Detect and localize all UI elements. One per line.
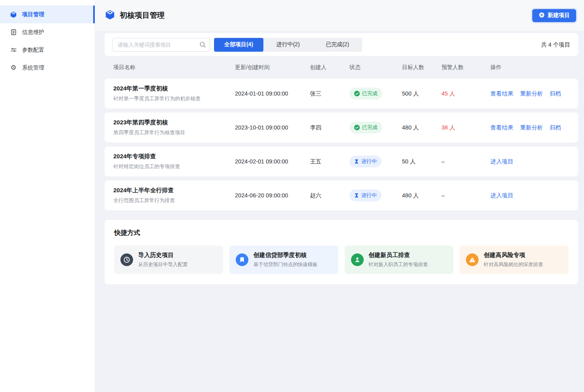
sidebar-item-参数配置[interactable]: 参数配置 xyxy=(0,41,95,59)
action-进入项目[interactable]: 进入项目 xyxy=(490,192,513,199)
project-actions: 查看结果重新分析归档 xyxy=(490,124,569,131)
sidebar-item-label: 项目管理 xyxy=(22,11,44,18)
table-row: 2023年第四季度初核 第四季度员工异常行为核查项目 2023-10-01 09… xyxy=(105,113,578,143)
project-description: 针对特定岗位员工的专项排查 xyxy=(113,163,235,170)
action-归档[interactable]: 归档 xyxy=(550,90,561,97)
table-header: 项目名称 更新/创建时间 创建人 状态 目标人数 预警人数 操作 xyxy=(105,56,578,79)
status-label: 已完成 xyxy=(362,90,377,97)
app-root: 项目管理 信息维护 参数配置 ⚙ 系统管理 初核项目管理 新建项目 xyxy=(0,0,584,392)
clock-icon xyxy=(120,253,133,266)
tab-进行中(2)[interactable]: 进行中(2) xyxy=(263,38,313,52)
project-time: 2024-02-01 09:00:00 xyxy=(235,158,310,165)
shortcut-card-创建新员工排查[interactable]: 创建新员工排查 针对新入职员工的专项排查 xyxy=(345,246,454,274)
status-badge: 已完成 xyxy=(349,88,382,99)
check-icon xyxy=(354,91,360,96)
project-status-cell: 进行中 xyxy=(349,189,402,201)
table-row: 2024年上半年全行排查 全行范围员工异常行为排查 2024-06-20 09:… xyxy=(105,180,578,210)
sidebar-item-项目管理[interactable]: 项目管理 xyxy=(0,6,95,23)
shortcut-card-创建高风险专项[interactable]: 创建高风险专项 针对高风险岗位的深度排查 xyxy=(460,246,569,274)
warning-icon xyxy=(466,253,479,266)
shortcut-title: 创建新员工排查 xyxy=(369,251,428,259)
project-name-cell: 2024年上半年全行排查 全行范围员工异常行为排查 xyxy=(113,187,235,204)
project-name-cell: 2024年专项排查 针对特定岗位员工的专项排查 xyxy=(113,153,235,170)
project-creator: 张三 xyxy=(310,90,349,98)
sidebar: 项目管理 信息维护 参数配置 ⚙ 系统管理 xyxy=(0,0,95,392)
table-row: 2024年第一季度初核 针对第一季度员工异常行为的初步核查 2024-01-01… xyxy=(105,79,578,109)
page-header: 初核项目管理 新建项目 xyxy=(95,0,584,31)
sidebar-item-信息维护[interactable]: 信息维护 xyxy=(0,23,95,41)
shortcut-text: 创建高风险专项 针对高风险岗位的深度排查 xyxy=(484,251,543,268)
project-target-count: 480 人 xyxy=(402,124,441,131)
action-查看结果[interactable]: 查看结果 xyxy=(490,90,513,97)
project-warning-count: 45 人 xyxy=(441,90,490,98)
project-creator: 李四 xyxy=(310,124,349,131)
check-icon xyxy=(354,125,360,130)
project-description: 针对第一季度员工异常行为的初步核查 xyxy=(113,95,235,102)
content: 全部项目(4)进行中(2)已完成(2) 共 4 个项目 项目名称 更新/创建时间… xyxy=(95,31,584,284)
new-project-button-label: 新建项目 xyxy=(548,12,570,19)
doc-icon xyxy=(10,29,17,36)
shortcut-title: 导入历史项目 xyxy=(138,251,188,259)
plus-icon xyxy=(539,12,545,19)
shortcut-text: 创建新员工排查 针对新入职员工的专项排查 xyxy=(369,251,428,268)
shortcut-description: 针对新入职员工的专项排查 xyxy=(369,261,428,268)
project-time: 2024-01-01 09:00:00 xyxy=(235,90,310,97)
project-actions: 查看结果重新分析归档 xyxy=(490,90,569,98)
status-badge: 已完成 xyxy=(349,122,382,133)
project-list: 2024年第一季度初核 针对第一季度员工异常行为的初步核查 2024-01-01… xyxy=(105,79,578,210)
project-status-cell: 进行中 xyxy=(349,156,402,167)
project-creator: 王五 xyxy=(310,158,349,165)
shortcut-text: 导入历史项目 从历史项目中导入配置 xyxy=(138,251,188,268)
shortcut-text: 创建信贷部季度初核 基于信贷部门特点的快速模板 xyxy=(254,251,318,268)
new-project-button[interactable]: 新建项目 xyxy=(532,9,576,22)
sliders-icon xyxy=(10,47,17,54)
shortcut-description: 针对高风险岗位的深度排查 xyxy=(484,261,543,268)
sidebar-item-label: 系统管理 xyxy=(22,64,44,71)
project-warning-count: – xyxy=(441,192,490,199)
tab-全部项目(4)[interactable]: 全部项目(4) xyxy=(214,38,263,52)
table-row: 2024年专项排查 针对特定岗位员工的专项排查 2024-02-01 09:00… xyxy=(105,146,578,176)
search-input[interactable] xyxy=(113,38,210,52)
tab-已完成(2)[interactable]: 已完成(2) xyxy=(313,38,362,52)
shortcut-description: 从历史项目中导入配置 xyxy=(138,261,188,268)
sidebar-item-系统管理[interactable]: ⚙ 系统管理 xyxy=(0,59,95,77)
shortcut-card-创建信贷部季度初核[interactable]: 创建信贷部季度初核 基于信贷部门特点的快速模板 xyxy=(229,246,338,274)
person-icon xyxy=(351,253,364,266)
project-title: 2024年专项排查 xyxy=(113,153,235,160)
project-title: 2024年上半年全行排查 xyxy=(113,187,235,194)
action-重新分析[interactable]: 重新分析 xyxy=(520,124,543,131)
hourglass-icon xyxy=(354,193,359,198)
project-name-cell: 2024年第一季度初核 针对第一季度员工异常行为的初步核查 xyxy=(113,85,235,102)
search-box xyxy=(113,38,210,52)
status-label: 已完成 xyxy=(362,124,377,131)
project-title: 2024年第一季度初核 xyxy=(113,85,235,92)
project-time: 2024-06-20 09:00:00 xyxy=(235,192,310,199)
sidebar-item-label: 参数配置 xyxy=(22,47,44,54)
shortcuts-title: 快捷方式 xyxy=(114,229,569,237)
status-badge: 进行中 xyxy=(349,156,381,167)
hourglass-icon xyxy=(354,159,359,164)
sidebar-menu: 项目管理 信息维护 参数配置 ⚙ 系统管理 xyxy=(0,6,95,77)
project-status-cell: 已完成 xyxy=(349,122,402,133)
title-wrap: 初核项目管理 xyxy=(105,9,165,21)
col-creator: 创建人 xyxy=(310,64,349,71)
main-area: 初核项目管理 新建项目 全部项目(4)进行中(2)已完成(2) 共 4 个项目 … xyxy=(95,0,584,392)
action-查看结果[interactable]: 查看结果 xyxy=(490,124,513,131)
project-warning-count: – xyxy=(441,158,490,165)
project-time: 2023-10-01 09:00:00 xyxy=(235,124,310,131)
status-badge: 进行中 xyxy=(349,189,381,201)
sidebar-item-label: 信息维护 xyxy=(22,29,44,36)
status-label: 进行中 xyxy=(361,192,377,199)
project-warning-count: 38 人 xyxy=(441,124,490,131)
action-归档[interactable]: 归档 xyxy=(550,124,561,131)
action-进入项目[interactable]: 进入项目 xyxy=(490,158,513,165)
cube-icon xyxy=(105,9,115,21)
search-icon[interactable] xyxy=(199,41,206,48)
action-重新分析[interactable]: 重新分析 xyxy=(520,90,543,97)
shortcut-card-导入历史项目[interactable]: 导入历史项目 从历史项目中导入配置 xyxy=(114,246,223,274)
col-update-time: 更新/创建时间 xyxy=(235,64,310,71)
shortcuts-section: 快捷方式 导入历史项目 从历史项目中导入配置 创建信贷部季度初核 基于信贷部门特… xyxy=(105,220,578,284)
shortcut-description: 基于信贷部门特点的快速模板 xyxy=(254,261,318,268)
project-target-count: 50 人 xyxy=(402,158,441,165)
gear-icon: ⚙ xyxy=(10,64,17,71)
